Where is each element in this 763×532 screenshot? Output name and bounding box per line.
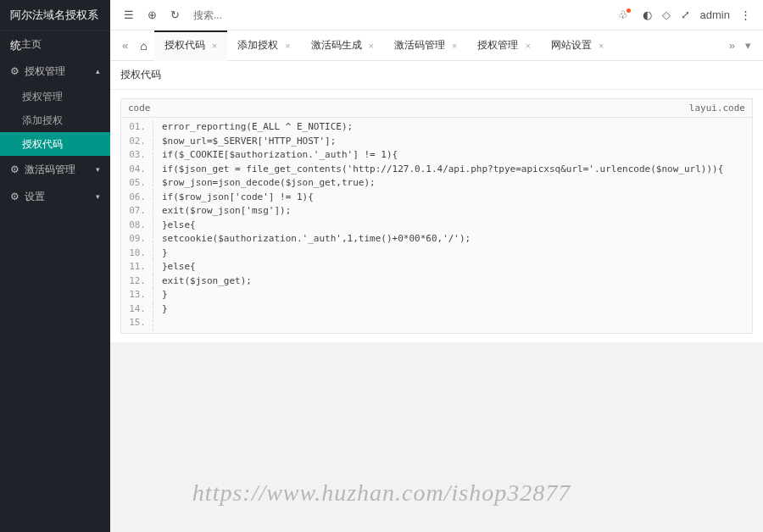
nav-auth-mgmt[interactable]: ⚙ 授权管理 ▴ xyxy=(0,58,110,85)
tab-0[interactable]: 授权代码× xyxy=(154,30,227,61)
home-icon: ⌂ xyxy=(140,39,147,53)
tab-label: 激活码生成 xyxy=(311,38,362,53)
code-block: code layui.code 01.error_reporting(E_ALL… xyxy=(120,98,753,334)
code-line: 14.} xyxy=(121,302,752,317)
tab-label: 授权管理 xyxy=(477,38,518,53)
tab-label: 添加授权 xyxy=(237,38,278,53)
line-number: 12. xyxy=(121,274,153,289)
nav-home-label: 主页 xyxy=(21,37,42,52)
line-number: 14. xyxy=(121,302,153,317)
code-line: 06.if($row_json['code'] != 1){ xyxy=(121,191,752,205)
tab-label: 授权代码 xyxy=(164,38,205,53)
nav-activate-mgmt-label: 激活码管理 xyxy=(25,163,75,177)
user-menu[interactable]: admin xyxy=(695,8,735,21)
fullscreen-button[interactable]: ⤢ xyxy=(676,8,695,21)
fullscreen-icon: ⤢ xyxy=(681,8,690,21)
tabs-bar: « ⌂ 授权代码×添加授权×激活码生成×激活码管理×授权管理×网站设置× » ▾ xyxy=(110,30,763,61)
close-icon[interactable]: × xyxy=(369,41,374,51)
code-line: 07.exit($row_json['msg']); xyxy=(121,204,752,219)
refresh-icon: ↻ xyxy=(170,8,180,21)
close-icon[interactable]: × xyxy=(452,41,457,51)
line-number: 01. xyxy=(121,120,153,135)
tab-1[interactable]: 添加授权× xyxy=(227,30,300,61)
line-text: if($row_json['code'] != 1){ xyxy=(153,191,314,205)
globe-icon: ⊕ xyxy=(148,8,157,21)
card-title: 授权代码 xyxy=(110,61,763,90)
tab-3[interactable]: 激活码管理× xyxy=(384,30,467,61)
code-line: 12.exit($json_get); xyxy=(121,274,752,289)
line-number: 02. xyxy=(121,135,153,149)
line-number: 03. xyxy=(121,148,153,163)
nav-sub-auth-code[interactable]: 授权代码 xyxy=(0,132,110,156)
tab-home[interactable]: ⌂ xyxy=(133,39,153,53)
messages-button[interactable]: ◐ xyxy=(638,8,657,21)
header-bar: ☰ ⊕ ↻ ♧ ◐ ◇ ⤢ xyxy=(110,0,763,30)
line-number: 15. xyxy=(121,316,153,330)
line-text: } xyxy=(153,288,168,302)
tab-4[interactable]: 授权管理× xyxy=(467,30,540,61)
caret-down-icon: ▾ xyxy=(96,192,100,201)
close-icon[interactable]: × xyxy=(285,41,290,51)
search-input[interactable] xyxy=(193,9,261,21)
tag-icon: ◇ xyxy=(662,8,671,21)
code-line: 02.$now_url=$_SERVER['HTTP_HOST']; xyxy=(121,135,752,149)
tab-label: 网站设置 xyxy=(551,38,592,53)
nav-auth-mgmt-label: 授权管理 xyxy=(25,64,65,79)
tab-label: 激活码管理 xyxy=(394,38,445,53)
line-text: exit($json_get); xyxy=(153,274,252,289)
notifications-button[interactable]: ♧ xyxy=(613,8,638,21)
line-text: } xyxy=(153,247,168,261)
close-icon[interactable]: × xyxy=(212,41,217,51)
line-text: error_reporting(E_ALL ^ E_NOTICE); xyxy=(153,120,353,135)
line-number: 04. xyxy=(121,163,153,177)
line-number: 05. xyxy=(121,176,153,191)
line-text: setcookie($authorization.'_auth',1,time(… xyxy=(153,232,471,247)
code-line: 08.}else{ xyxy=(121,219,752,233)
code-line: 15. xyxy=(121,316,752,330)
line-number: 10. xyxy=(121,247,153,261)
line-text: }else{ xyxy=(153,260,196,274)
line-number: 08. xyxy=(121,219,153,233)
code-line: 11.}else{ xyxy=(121,260,752,274)
more-menu[interactable]: ⋮ xyxy=(735,8,756,21)
code-line: 10.} xyxy=(121,247,752,261)
tags-button[interactable]: ◇ xyxy=(657,8,676,21)
code-title-right: layui.code xyxy=(689,103,745,114)
line-text: $row_json=json_decode($json_get,true); xyxy=(153,176,376,191)
tabs-dropdown[interactable]: ▾ xyxy=(740,39,756,52)
notification-badge xyxy=(627,8,631,13)
code-line: 04.if($json_get = file_get_contents('htt… xyxy=(121,163,752,177)
caret-down-icon: ▾ xyxy=(96,165,100,174)
message-icon: ◐ xyxy=(643,8,652,21)
nav-activate-mgmt[interactable]: ⚙ 激活码管理 ▾ xyxy=(0,156,110,183)
tabs-prev[interactable]: « xyxy=(117,39,133,52)
line-text xyxy=(153,316,162,330)
line-number: 09. xyxy=(121,232,153,247)
line-text: }else{ xyxy=(153,219,196,233)
line-text: $now_url=$_SERVER['HTTP_HOST']; xyxy=(153,135,336,149)
tabs-next[interactable]: » xyxy=(724,39,740,52)
gear-icon: ⚙ xyxy=(10,65,19,77)
menu-icon: ☰ xyxy=(124,8,134,21)
refresh-button[interactable]: ↻ xyxy=(164,8,187,21)
close-icon[interactable]: × xyxy=(525,41,530,51)
globe-link[interactable]: ⊕ xyxy=(141,8,164,21)
line-text: } xyxy=(153,302,168,317)
code-title-left: code xyxy=(128,103,151,114)
nav-sub-auth-mgmt[interactable]: 授权管理 xyxy=(0,85,110,108)
gear-icon: ⚙ xyxy=(10,191,19,202)
nav-sub-add-auth[interactable]: 添加授权 xyxy=(0,108,110,132)
line-number: 06. xyxy=(121,191,153,205)
nav-settings[interactable]: ⚙ 设置 ▾ xyxy=(0,183,110,210)
code-line: 05.$row_json=json_decode($json_get,true)… xyxy=(121,176,752,191)
line-text: exit($row_json['msg']); xyxy=(153,204,291,219)
more-icon: ⋮ xyxy=(740,8,751,21)
tab-5[interactable]: 网站设置× xyxy=(541,30,614,61)
sidebar-toggle[interactable]: ☰ xyxy=(117,8,141,21)
caret-up-icon: ▴ xyxy=(96,67,100,75)
gear-icon: ⚙ xyxy=(10,163,19,175)
line-number: 13. xyxy=(121,288,153,302)
tab-2[interactable]: 激活码生成× xyxy=(301,30,384,61)
line-number: 11. xyxy=(121,260,153,274)
close-icon[interactable]: × xyxy=(599,41,604,51)
